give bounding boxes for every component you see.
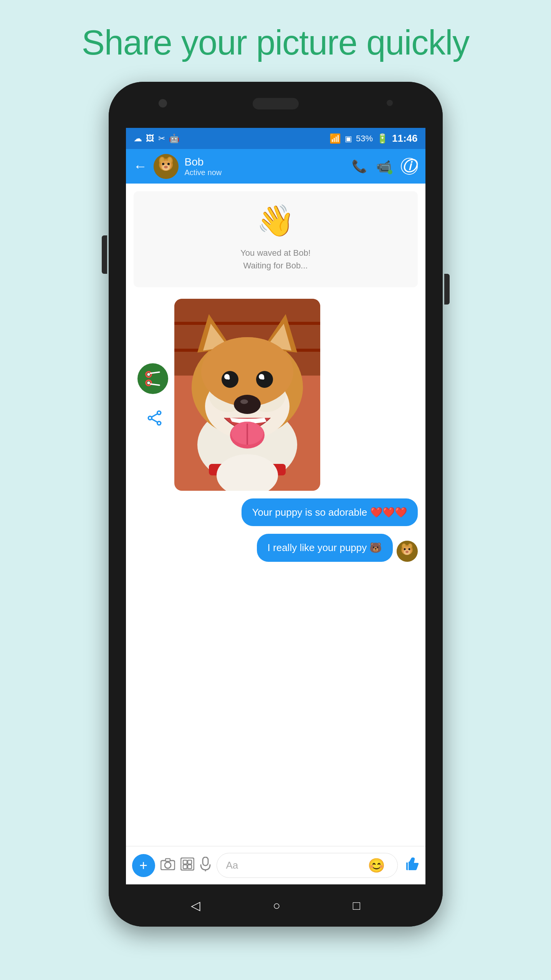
svg-line-14 <box>151 384 159 385</box>
image-controls <box>134 359 168 430</box>
dog-image-bubble[interactable] <box>174 299 320 491</box>
status-right-info: 📶 ▣ 53% 🔋 11:46 <box>329 132 418 144</box>
message-row-2: I really like your puppy 🐻 <box>134 534 418 561</box>
video-call-wrapper[interactable]: 📹 <box>376 159 392 174</box>
message-bubble-1: Your puppy is so adorable ❤️❤️❤️ <box>242 498 418 526</box>
page-title: Share your picture quickly <box>82 23 469 63</box>
nav-home-button[interactable]: ○ <box>273 899 280 913</box>
back-button[interactable]: ← <box>134 158 147 174</box>
plus-icon: + <box>139 858 147 874</box>
svg-rect-63 <box>165 859 170 861</box>
phone-screen: ☁ 🖼 ✂ 🤖 📶 ▣ 53% 🔋 11:46 ← <box>126 128 425 884</box>
camera-button[interactable] <box>161 858 175 873</box>
contact-info: Bob Active now <box>185 156 346 177</box>
contact-name: Bob <box>185 156 346 168</box>
app-bar: ← Bob Active no <box>126 149 425 184</box>
svg-point-62 <box>165 862 171 868</box>
phone-call-button[interactable]: 📞 <box>352 159 367 174</box>
svg-point-9 <box>167 163 170 165</box>
wave-text: You waved at Bob! Waiting for Bob... <box>240 247 311 272</box>
phone-top <box>109 82 443 128</box>
front-camera <box>159 99 167 108</box>
like-button[interactable] <box>403 856 419 875</box>
svg-point-10 <box>164 166 168 168</box>
signal-icon: ▣ <box>345 134 352 143</box>
share-button[interactable] <box>146 409 163 430</box>
mic-button[interactable] <box>200 857 211 874</box>
wave-line2: Waiting for Bob... <box>240 259 311 272</box>
phone-sensor <box>387 100 393 106</box>
battery-percentage: 53% <box>356 134 373 144</box>
svg-rect-67 <box>183 865 187 869</box>
svg-point-59 <box>408 548 410 550</box>
gallery-button[interactable] <box>180 858 194 874</box>
input-bar: + <box>126 846 425 884</box>
svg-point-15 <box>147 373 150 376</box>
svg-point-37 <box>256 371 273 388</box>
contact-status: Active now <box>185 168 346 177</box>
messages-container: Your puppy is so adorable ❤️❤️❤️ I reall… <box>126 495 425 566</box>
emoji-button[interactable]: 😊 <box>368 858 385 874</box>
svg-point-41 <box>261 377 264 380</box>
volume-button[interactable] <box>102 235 107 274</box>
active-dot <box>388 170 392 174</box>
svg-point-16 <box>147 382 150 384</box>
svg-rect-68 <box>188 865 192 869</box>
scissors-app-icon[interactable] <box>137 363 168 394</box>
image-message-area <box>126 295 425 495</box>
phone-frame: ☁ 🖼 ✂ 🤖 📶 ▣ 53% 🔋 11:46 ← <box>109 82 443 927</box>
app-bar-actions: 📞 📹 ⓘ <box>352 158 418 175</box>
svg-point-42 <box>234 395 261 414</box>
phone-speaker <box>253 98 299 109</box>
contact-avatar[interactable] <box>154 154 179 179</box>
status-left-icons: ☁ 🖼 ✂ 🤖 <box>134 134 179 144</box>
wifi-icon: 📶 <box>329 133 341 144</box>
nav-recent-button[interactable]: □ <box>353 899 360 913</box>
svg-line-20 <box>152 414 157 417</box>
wave-line1: You waved at Bob! <box>240 247 311 259</box>
svg-point-43 <box>240 399 248 404</box>
add-button[interactable]: + <box>132 854 155 877</box>
chat-area: 👋 You waved at Bob! Waiting for Bob... <box>126 184 425 846</box>
input-placeholder: Aa <box>226 859 238 871</box>
svg-point-60 <box>405 551 409 553</box>
clock: 11:46 <box>392 132 418 144</box>
wave-emoji: 👋 <box>256 203 295 239</box>
scissors-icon: ✂ <box>158 134 165 144</box>
image-with-controls <box>134 299 320 491</box>
svg-rect-69 <box>203 857 208 866</box>
message-row-1: Your puppy is so adorable ❤️❤️❤️ <box>134 498 418 526</box>
message-input[interactable]: Aa 😊 <box>217 853 398 878</box>
svg-line-21 <box>152 419 157 422</box>
info-button[interactable]: ⓘ <box>401 158 418 175</box>
svg-point-36 <box>222 371 238 388</box>
android-icon: 🤖 <box>169 134 179 144</box>
svg-point-39 <box>227 377 230 380</box>
nav-back-button[interactable]: ◁ <box>191 898 200 913</box>
svg-point-58 <box>404 548 405 550</box>
image-icon: 🖼 <box>146 134 154 144</box>
battery-icon: 🔋 <box>377 133 388 144</box>
cloud-icon: ☁ <box>134 134 142 144</box>
wave-section: 👋 You waved at Bob! Waiting for Bob... <box>134 191 418 287</box>
status-bar: ☁ 🖼 ✂ 🤖 📶 ▣ 53% 🔋 11:46 <box>126 128 425 149</box>
phone-navigation: ◁ ○ □ <box>109 884 443 927</box>
svg-line-13 <box>151 372 159 373</box>
svg-rect-65 <box>183 860 187 864</box>
svg-rect-24 <box>174 322 320 325</box>
user-avatar-message <box>397 541 418 562</box>
message-bubble-2: I really like your puppy 🐻 <box>257 534 393 561</box>
power-button[interactable] <box>444 274 450 305</box>
svg-rect-66 <box>188 860 192 864</box>
svg-point-8 <box>162 163 164 165</box>
